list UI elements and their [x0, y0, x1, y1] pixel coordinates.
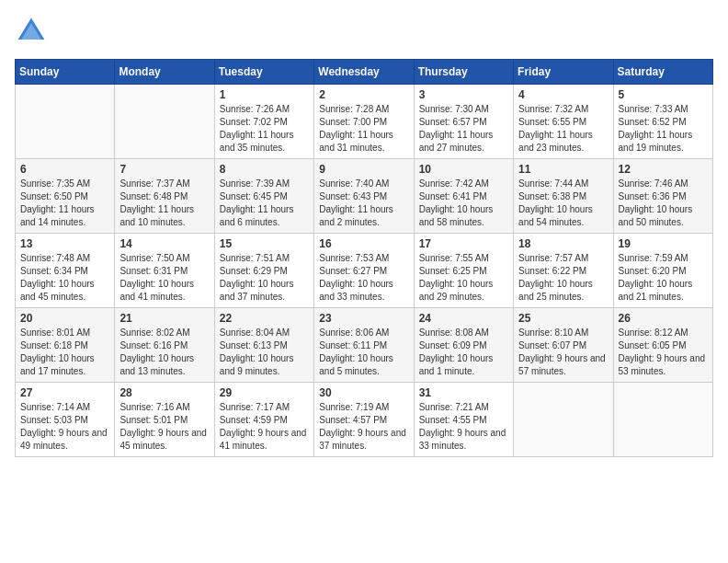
calendar-cell: 14Sunrise: 7:50 AM Sunset: 6:31 PM Dayli…	[115, 234, 214, 308]
day-info: Sunrise: 8:02 AM Sunset: 6:16 PM Dayligh…	[119, 327, 209, 378]
day-info: Sunrise: 7:35 AM Sunset: 6:50 PM Dayligh…	[20, 178, 109, 229]
day-number: 29	[220, 386, 309, 399]
day-number: 8	[220, 163, 309, 176]
calendar-cell: 25Sunrise: 8:10 AM Sunset: 6:07 PM Dayli…	[514, 308, 613, 383]
calendar-cell: 24Sunrise: 8:08 AM Sunset: 6:09 PM Dayli…	[414, 308, 513, 383]
calendar-cell: 4Sunrise: 7:32 AM Sunset: 6:55 PM Daylig…	[514, 85, 613, 159]
day-info: Sunrise: 7:53 AM Sunset: 6:27 PM Dayligh…	[319, 252, 408, 304]
day-info: Sunrise: 7:26 AM Sunset: 7:02 PM Dayligh…	[220, 103, 309, 155]
col-header-wednesday: Wednesday	[314, 60, 414, 85]
calendar-cell	[115, 85, 214, 159]
day-number: 13	[20, 237, 109, 250]
day-number: 2	[319, 88, 408, 101]
day-info: Sunrise: 7:19 AM Sunset: 4:57 PM Dayligh…	[319, 401, 408, 453]
day-number: 21	[119, 312, 209, 325]
day-number: 4	[518, 88, 608, 101]
calendar-cell: 22Sunrise: 8:04 AM Sunset: 6:13 PM Dayli…	[214, 308, 313, 383]
day-info: Sunrise: 7:59 AM Sunset: 6:20 PM Dayligh…	[619, 252, 708, 304]
page-header	[15, 15, 713, 48]
day-info: Sunrise: 7:50 AM Sunset: 6:31 PM Dayligh…	[119, 252, 209, 304]
day-info: Sunrise: 8:10 AM Sunset: 6:07 PM Dayligh…	[518, 327, 608, 378]
calendar-cell: 9Sunrise: 7:40 AM Sunset: 6:43 PM Daylig…	[314, 159, 414, 234]
calendar-week-row: 27Sunrise: 7:14 AM Sunset: 5:03 PM Dayli…	[16, 383, 713, 457]
day-info: Sunrise: 7:28 AM Sunset: 7:00 PM Dayligh…	[319, 103, 408, 155]
day-info: Sunrise: 7:17 AM Sunset: 4:59 PM Dayligh…	[220, 401, 309, 453]
calendar-cell	[613, 383, 712, 457]
calendar-cell: 30Sunrise: 7:19 AM Sunset: 4:57 PM Dayli…	[314, 383, 414, 457]
calendar-table: SundayMondayTuesdayWednesdayThursdayFrid…	[15, 59, 713, 457]
calendar-cell: 12Sunrise: 7:46 AM Sunset: 6:36 PM Dayli…	[613, 159, 712, 234]
calendar-cell: 27Sunrise: 7:14 AM Sunset: 5:03 PM Dayli…	[16, 383, 115, 457]
day-info: Sunrise: 7:55 AM Sunset: 6:25 PM Dayligh…	[419, 252, 508, 304]
day-info: Sunrise: 7:40 AM Sunset: 6:43 PM Dayligh…	[319, 178, 408, 229]
day-info: Sunrise: 7:39 AM Sunset: 6:45 PM Dayligh…	[220, 178, 309, 229]
calendar-week-row: 6Sunrise: 7:35 AM Sunset: 6:50 PM Daylig…	[16, 159, 713, 234]
day-info: Sunrise: 7:44 AM Sunset: 6:38 PM Dayligh…	[518, 178, 608, 229]
day-number: 25	[518, 312, 608, 325]
day-number: 17	[419, 237, 508, 250]
calendar-cell: 20Sunrise: 8:01 AM Sunset: 6:18 PM Dayli…	[16, 308, 115, 383]
day-info: Sunrise: 7:57 AM Sunset: 6:22 PM Dayligh…	[518, 252, 608, 304]
day-number: 27	[20, 386, 109, 399]
calendar-cell: 6Sunrise: 7:35 AM Sunset: 6:50 PM Daylig…	[16, 159, 115, 234]
day-number: 15	[220, 237, 309, 250]
day-info: Sunrise: 8:06 AM Sunset: 6:11 PM Dayligh…	[319, 327, 408, 378]
day-info: Sunrise: 8:12 AM Sunset: 6:05 PM Dayligh…	[619, 327, 708, 378]
calendar-cell: 18Sunrise: 7:57 AM Sunset: 6:22 PM Dayli…	[514, 234, 613, 308]
calendar-cell: 8Sunrise: 7:39 AM Sunset: 6:45 PM Daylig…	[214, 159, 313, 234]
day-number: 31	[419, 386, 508, 399]
day-info: Sunrise: 8:08 AM Sunset: 6:09 PM Dayligh…	[419, 327, 508, 378]
col-header-saturday: Saturday	[613, 60, 712, 85]
day-number: 9	[319, 163, 408, 176]
calendar-header-row: SundayMondayTuesdayWednesdayThursdayFrid…	[16, 60, 713, 85]
calendar-week-row: 20Sunrise: 8:01 AM Sunset: 6:18 PM Dayli…	[16, 308, 713, 383]
day-info: Sunrise: 7:51 AM Sunset: 6:29 PM Dayligh…	[220, 252, 309, 304]
day-number: 20	[20, 312, 109, 325]
calendar-cell: 1Sunrise: 7:26 AM Sunset: 7:02 PM Daylig…	[214, 85, 313, 159]
calendar-cell: 3Sunrise: 7:30 AM Sunset: 6:57 PM Daylig…	[414, 85, 513, 159]
day-number: 26	[619, 312, 708, 325]
calendar-cell: 26Sunrise: 8:12 AM Sunset: 6:05 PM Dayli…	[613, 308, 712, 383]
day-info: Sunrise: 7:30 AM Sunset: 6:57 PM Dayligh…	[419, 103, 508, 155]
col-header-sunday: Sunday	[16, 60, 115, 85]
day-number: 10	[419, 163, 508, 176]
day-number: 19	[619, 237, 708, 250]
calendar-cell: 5Sunrise: 7:33 AM Sunset: 6:52 PM Daylig…	[613, 85, 712, 159]
col-header-thursday: Thursday	[414, 60, 513, 85]
day-number: 12	[619, 163, 708, 176]
logo	[15, 15, 51, 48]
col-header-monday: Monday	[115, 60, 214, 85]
day-info: Sunrise: 7:48 AM Sunset: 6:34 PM Dayligh…	[20, 252, 109, 304]
day-number: 28	[119, 386, 209, 399]
calendar-cell: 28Sunrise: 7:16 AM Sunset: 5:01 PM Dayli…	[115, 383, 214, 457]
calendar-cell	[514, 383, 613, 457]
calendar-cell: 17Sunrise: 7:55 AM Sunset: 6:25 PM Dayli…	[414, 234, 513, 308]
day-info: Sunrise: 7:42 AM Sunset: 6:41 PM Dayligh…	[419, 178, 508, 229]
calendar-cell: 29Sunrise: 7:17 AM Sunset: 4:59 PM Dayli…	[214, 383, 313, 457]
day-number: 11	[518, 163, 608, 176]
day-info: Sunrise: 7:14 AM Sunset: 5:03 PM Dayligh…	[20, 401, 109, 453]
calendar-cell: 11Sunrise: 7:44 AM Sunset: 6:38 PM Dayli…	[514, 159, 613, 234]
day-info: Sunrise: 7:32 AM Sunset: 6:55 PM Dayligh…	[518, 103, 608, 155]
day-number: 3	[419, 88, 508, 101]
calendar-cell: 7Sunrise: 7:37 AM Sunset: 6:48 PM Daylig…	[115, 159, 214, 234]
calendar-cell: 23Sunrise: 8:06 AM Sunset: 6:11 PM Dayli…	[314, 308, 414, 383]
col-header-tuesday: Tuesday	[214, 60, 313, 85]
calendar-cell: 15Sunrise: 7:51 AM Sunset: 6:29 PM Dayli…	[214, 234, 313, 308]
calendar-cell: 2Sunrise: 7:28 AM Sunset: 7:00 PM Daylig…	[314, 85, 414, 159]
calendar-week-row: 1Sunrise: 7:26 AM Sunset: 7:02 PM Daylig…	[16, 85, 713, 159]
day-number: 16	[319, 237, 408, 250]
calendar-cell: 21Sunrise: 8:02 AM Sunset: 6:16 PM Dayli…	[115, 308, 214, 383]
day-info: Sunrise: 7:21 AM Sunset: 4:55 PM Dayligh…	[419, 401, 508, 453]
day-number: 23	[319, 312, 408, 325]
day-number: 18	[518, 237, 608, 250]
day-number: 7	[119, 163, 209, 176]
day-info: Sunrise: 8:04 AM Sunset: 6:13 PM Dayligh…	[220, 327, 309, 378]
calendar-cell: 16Sunrise: 7:53 AM Sunset: 6:27 PM Dayli…	[314, 234, 414, 308]
day-number: 14	[119, 237, 209, 250]
day-info: Sunrise: 7:33 AM Sunset: 6:52 PM Dayligh…	[619, 103, 708, 155]
calendar-cell	[16, 85, 115, 159]
col-header-friday: Friday	[514, 60, 613, 85]
day-number: 30	[319, 386, 408, 399]
day-info: Sunrise: 7:16 AM Sunset: 5:01 PM Dayligh…	[119, 401, 209, 453]
